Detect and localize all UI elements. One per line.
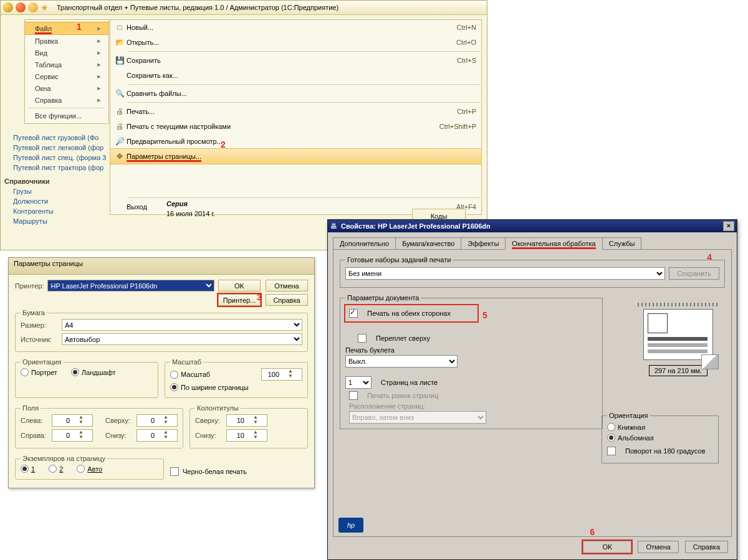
page-setup-dialog: Параметры страницы Принтер: HP LaserJet …: [8, 257, 315, 488]
rotate-checkbox[interactable]: [607, 447, 616, 455]
new-icon: □: [113, 23, 127, 32]
sidebar-ref[interactable]: Должности: [4, 196, 154, 206]
menu-help[interactable]: Справка▸: [25, 94, 108, 106]
menu-file[interactable]: Файл▸: [25, 22, 108, 35]
radio-fitwidth[interactable]: По ширине страницы: [170, 383, 249, 391]
props-titlebar: 🖶 Свойства: HP LaserJet Professional P16…: [328, 220, 737, 232]
header-bottom[interactable]: 10▲▼: [226, 429, 267, 442]
menu-all-functions[interactable]: Все функции...: [25, 110, 108, 121]
pps-select[interactable]: 1: [345, 376, 372, 389]
file-print-current[interactable]: 🖨Печать с текущими настройкамиCtrl+Shift…: [110, 119, 481, 134]
printer-icon: 🖶: [330, 222, 337, 230]
preview-dimensions: 297 на 210 мм.: [649, 365, 707, 376]
note-2: 2: [221, 140, 226, 149]
preset-select[interactable]: Без имени: [345, 267, 665, 280]
margin-bottom[interactable]: 0▲▼: [137, 429, 178, 442]
titlebar: ★ Транспортный отдел + Путевые листы, ре…: [1, 1, 487, 15]
file-compare[interactable]: 🔍Сравнить файлы...: [110, 86, 481, 101]
file-saveas[interactable]: Сохранить как...: [110, 68, 481, 83]
page-fold-icon: [701, 354, 719, 369]
save-preset-button: Сохранить: [669, 267, 719, 280]
paper-size-select[interactable]: A4: [62, 319, 302, 331]
nav-back-icon[interactable]: [16, 2, 26, 12]
menu-view[interactable]: Вид▸: [25, 47, 108, 59]
file-page-setup[interactable]: ✥Параметры страницы...: [110, 148, 482, 164]
ok-button[interactable]: OK: [218, 280, 261, 292]
main-window: ★ Транспортный отдел + Путевые листы, ре…: [0, 0, 487, 250]
margin-top[interactable]: 0▲▼: [137, 414, 178, 427]
radio-portrait-win[interactable]: Книжная: [607, 423, 645, 431]
compare-icon: 🔍: [113, 89, 127, 98]
save-icon: 💾: [113, 56, 127, 65]
bind-top-checkbox[interactable]: [358, 334, 367, 343]
layout-select: Вправо, затем вниз: [349, 411, 486, 424]
field-seria: Серия: [158, 199, 482, 209]
help-button[interactable]: Справка: [685, 541, 728, 553]
sidebar: Путевой лист грузовой (Фо Путевой лист л…: [4, 133, 154, 226]
copies-auto[interactable]: Авто: [77, 465, 102, 473]
main-menu: Файл▸ Правка▸ Вид▸ Таблица▸ Сервис▸ Окна…: [24, 19, 109, 124]
sidebar-doc[interactable]: Путевой лист трактора (фор: [4, 163, 154, 173]
window-title: Транспортный отдел + Путевые листы, реда…: [57, 4, 338, 11]
note-1: 1: [77, 22, 82, 32]
bw-checkbox[interactable]: [170, 467, 179, 476]
file-preview[interactable]: 🔎Предварительный просмотр...: [110, 134, 481, 149]
radio-portrait[interactable]: Портрет: [21, 368, 57, 376]
sidebar-doc[interactable]: Путевой лист спец. (форма 3: [4, 153, 154, 163]
menu-edit[interactable]: Правка▸: [25, 35, 108, 47]
printer-props-dialog: 🖶 Свойства: HP LaserJet Professional P16…: [327, 219, 737, 560]
nav-fwd-icon[interactable]: [28, 2, 38, 12]
orientation-group: Ориентация Портрет Ландшафт: [15, 358, 158, 398]
menu-table[interactable]: Таблица▸: [25, 59, 108, 70]
doc-params-group: Параметры документа Печать на обеих стор…: [340, 294, 603, 429]
sidebar-ref[interactable]: Грузы: [4, 186, 154, 196]
margins-group: Поля Слева:0▲▼ Сверху:0▲▼ Справа:0▲▼ Сни…: [15, 404, 183, 448]
props-title: Свойства: HP LaserJet Professional P1606…: [341, 222, 491, 230]
open-icon: 📂: [113, 38, 127, 47]
sidebar-doc[interactable]: Путевой лист грузовой (Фо: [4, 133, 154, 143]
tab-advanced[interactable]: Дополнительно: [333, 237, 396, 250]
file-save[interactable]: 💾СохранитьCtrl+S: [110, 53, 481, 68]
help-button[interactable]: Справка: [266, 294, 308, 306]
margin-left[interactable]: 0▲▼: [52, 414, 93, 427]
paper-group: Бумага Размер:A4 Источник:Автовыбор: [15, 309, 308, 352]
printer-select[interactable]: HP LaserJet Professional P1606dn: [47, 280, 214, 292]
headers-group: Колонтитулы Сверху:10▲▼ Снизу:10▲▼: [189, 404, 308, 448]
file-print[interactable]: 🖨Печать...Ctrl+P: [110, 104, 481, 119]
tabs: Дополнительно Бумага/качество Эффекты Ок…: [333, 237, 732, 250]
file-open[interactable]: 📂Открыть...Ctrl+O: [110, 35, 481, 50]
both-sides-highlight: Печать на обеих сторонах: [345, 305, 477, 321]
tab-paper[interactable]: Бумага/качество: [395, 237, 461, 250]
scale-spin[interactable]: 100▲▼: [261, 368, 302, 381]
sidebar-ref[interactable]: Контрагенты: [4, 206, 154, 216]
scale-group: Масштаб Масштаб100▲▼ По ширине страницы: [165, 358, 308, 398]
tab-effects[interactable]: Эффекты: [461, 237, 506, 250]
page-setup-title: Параметры страницы: [9, 258, 314, 275]
tab-finishing[interactable]: Окончательная обработка: [505, 237, 602, 250]
tab-services[interactable]: Службы: [602, 237, 642, 250]
booklet-select[interactable]: Выкл.: [345, 355, 458, 368]
radio-landscape-win[interactable]: Альбомная: [607, 434, 654, 442]
printer-props-button[interactable]: Принтер...: [218, 294, 261, 306]
sidebar-ref[interactable]: Маршруты: [4, 216, 154, 226]
both-sides-checkbox[interactable]: [349, 309, 358, 318]
menu-service[interactable]: Сервис▸: [25, 70, 108, 82]
preview-sheet-icon: [643, 309, 713, 360]
print-icon: 🖨: [113, 122, 127, 131]
sidebar-doc[interactable]: Путевой лист легковой (фор: [4, 143, 154, 153]
paper-source-select[interactable]: Автовыбор: [62, 333, 302, 345]
menu-windows[interactable]: Окна▸: [25, 82, 108, 94]
margin-right[interactable]: 0▲▼: [52, 429, 93, 442]
presets-group: Готовые наборы заданий печати Без имени …: [340, 256, 725, 288]
copies-2[interactable]: 2: [49, 465, 63, 473]
cancel-button[interactable]: Отмена: [638, 541, 678, 553]
copies-1[interactable]: 1: [21, 465, 35, 473]
favorite-icon[interactable]: ★: [41, 2, 50, 12]
file-new[interactable]: □Новый...Ctrl+N: [110, 20, 481, 35]
header-top[interactable]: 10▲▼: [226, 414, 267, 427]
radio-landscape[interactable]: Ландшафт: [71, 368, 116, 376]
close-icon[interactable]: ×: [723, 221, 734, 231]
ok-button[interactable]: OK: [583, 541, 631, 553]
radio-scale[interactable]: Масштаб: [170, 371, 210, 379]
cancel-button[interactable]: Отмена: [266, 280, 308, 292]
